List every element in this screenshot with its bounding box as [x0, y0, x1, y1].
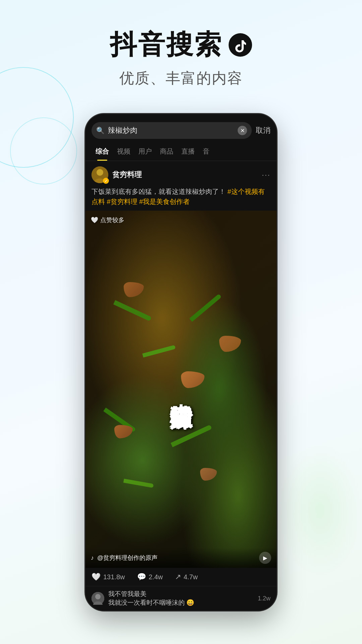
comment-preview-row: 我不管我最美 我就没一次看时不咽唾沫的 😄 1.2w: [85, 586, 277, 610]
likes-stat[interactable]: 🤍 131.8w: [92, 573, 125, 581]
comments-count: 2.4w: [149, 573, 163, 581]
like-icon: 🤍: [92, 573, 101, 581]
main-title: 抖音搜索: [0, 27, 362, 63]
post-description: 下饭菜到底有多凶猛，就看这道辣椒炒肉了！ #这个视频有点料 #贫穷料理 #我是美…: [85, 186, 277, 211]
tab-comprehensive[interactable]: 综合: [92, 142, 113, 161]
search-cancel-button[interactable]: 取消: [256, 125, 270, 136]
search-bar-area: 🔍 辣椒炒肉 ✕ 取消: [85, 114, 277, 142]
tiktok-logo-icon: [233, 38, 248, 53]
post-user: ✓ 贫穷料理: [92, 166, 142, 183]
shares-count: 4.7w: [184, 573, 198, 581]
title-text: 抖音搜索: [110, 27, 223, 63]
search-clear-button[interactable]: ✕: [238, 126, 247, 135]
commenter-avatar: [92, 592, 104, 605]
food-image-background: [85, 211, 277, 568]
header-section: 抖音搜索 优质、丰富的内容: [0, 0, 362, 102]
phone-screen: 🔍 辣椒炒肉 ✕ 取消 综合 视频 用户 商品 直播 音: [85, 114, 277, 610]
svg-point-4: [95, 594, 101, 599]
username[interactable]: 贫穷料理: [112, 170, 142, 180]
svg-point-1: [97, 169, 103, 176]
hashtag-2[interactable]: #贫穷料理: [107, 198, 139, 205]
search-icon: 🔍: [96, 126, 105, 135]
phone-mockup: 🔍 辣椒炒肉 ✕ 取消 综合 视频 用户 商品 直播 音: [85, 114, 277, 610]
comment-preview-content: 我不管我最美 我就没一次看时不咽唾沫的 😄: [108, 590, 254, 607]
bg-decoration-blob: [278, 443, 362, 577]
post-header: ✓ 贫穷料理 ···: [85, 161, 277, 186]
engagement-row: 🤍 131.8w 💬 2.4w ↗ 4.7w: [85, 568, 277, 586]
comments-stat[interactable]: 💬 2.4w: [137, 573, 163, 581]
tab-user[interactable]: 用户: [134, 142, 156, 161]
video-bottom-bar: ♪ @贫穷料理创作的原声 ▶: [85, 548, 277, 568]
search-query-text: 辣椒炒肉: [108, 125, 234, 136]
commenter-avatar-image: [92, 592, 104, 605]
tab-music[interactable]: 音: [199, 142, 214, 161]
content-area: ✓ 贫穷料理 ··· 下饭菜到底有多凶猛，就看这道辣椒炒肉了！ #这个视频有点料…: [85, 161, 277, 610]
comment-count-badge: 1.2w: [258, 595, 270, 602]
tabs-row: 综合 视频 用户 商品 直播 音: [85, 142, 277, 161]
tab-live[interactable]: 直播: [177, 142, 199, 161]
video-container[interactable]: 勇猛辣椒炒肉 🤍 点赞较多 ♪ @贫穷料理创作的原声 ▶: [85, 211, 277, 568]
video-overlay-gradient: [85, 211, 277, 568]
likes-badge: 🤍 点赞较多: [91, 216, 124, 224]
tab-product[interactable]: 商品: [156, 142, 177, 161]
post-desc-text: 下饭菜到底有多凶猛，就看这道辣椒炒肉了！: [92, 188, 226, 195]
likes-badge-text: 点赞较多: [100, 216, 124, 224]
tiktok-small-logo: ♪: [91, 554, 94, 561]
subtitle: 优质、丰富的内容: [0, 68, 362, 88]
bg-decoration-circle-2: [10, 117, 77, 184]
search-input-container[interactable]: 🔍 辣椒炒肉 ✕: [92, 122, 252, 139]
likes-count: 131.8w: [103, 573, 125, 581]
more-options-button[interactable]: ···: [262, 170, 270, 179]
shares-stat[interactable]: ↗ 4.7w: [175, 573, 198, 581]
video-thumbnail: 勇猛辣椒炒肉 🤍 点赞较多 ♪ @贫穷料理创作的原声 ▶: [85, 211, 277, 568]
avatar-container: ✓: [92, 166, 108, 183]
share-icon: ↗: [175, 573, 181, 581]
hashtag-3[interactable]: #我是美食创作者: [139, 198, 190, 205]
verified-badge: ✓: [103, 178, 109, 184]
tiktok-logo-badge: [229, 33, 252, 57]
comment-icon: 💬: [137, 573, 146, 581]
play-button[interactable]: ▶: [259, 552, 271, 564]
sound-label: @贫穷料理创作的原声: [97, 554, 256, 562]
tab-video[interactable]: 视频: [113, 142, 134, 161]
comment-text: 我就没一次看时不咽唾沫的 😄: [108, 599, 194, 606]
commenter-name: 我不管我最美: [108, 590, 146, 597]
heart-icon: 🤍: [91, 216, 98, 224]
